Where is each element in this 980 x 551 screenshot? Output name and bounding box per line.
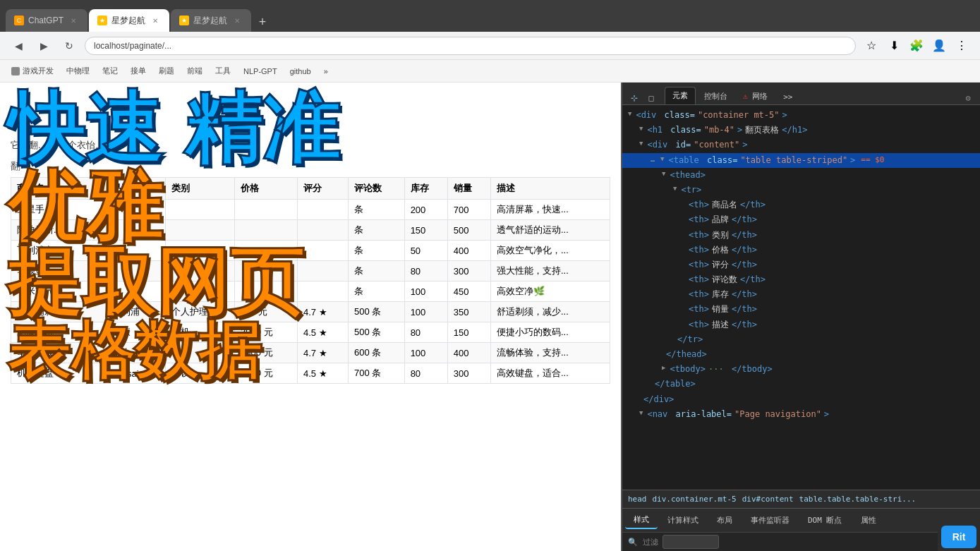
tree-line-h1[interactable]: <h1 class="mb-4">翻页表格</h1> (622, 123, 980, 138)
settings-icon[interactable]: ⋮ (952, 36, 972, 56)
devtools-tree[interactable]: <div class="container mt-5"> <h1 class="… (622, 105, 980, 490)
breadcrumb-table[interactable]: table.table.table-stri... (799, 495, 917, 504)
collapse-arrow[interactable] (673, 183, 677, 193)
tree-line-th-sales[interactable]: <th>销量</th> (622, 302, 980, 317)
cell-sales: 700 (447, 200, 490, 220)
tab-chatgpt[interactable]: C ChatGPT ✕ (6, 9, 87, 32)
tree-line-table[interactable]: … <table class="table table-striped"> ==… (622, 153, 980, 168)
devtools-breadcrumb: head div.container.mt-5 div#content tabl… (622, 490, 980, 508)
browser-chrome: C ChatGPT ✕ ★ 星梦起航 ✕ ★ 星梦起航 ✕ + (0, 0, 980, 32)
breadcrumb-head[interactable]: head (628, 495, 647, 504)
tree-line-thead-close[interactable]: </thead> (622, 347, 980, 362)
back-button[interactable]: ◀ (8, 36, 28, 56)
webpage: 快速 精准 优雅 提取网页 表格数据 它与翻... ... 一个衣怡。 翻 商品… (0, 83, 621, 551)
cell-sales: 500 (447, 220, 490, 241)
forward-button[interactable]: ▶ (34, 36, 54, 56)
breadcrumb-content[interactable]: div#content (742, 495, 794, 504)
bookmark-tools[interactable]: 工具 (210, 63, 236, 78)
tab-computed[interactable]: 计算样式 (659, 512, 707, 528)
tab-properties[interactable]: 属性 (852, 512, 885, 528)
tab-console[interactable]: 控制台 (697, 88, 734, 104)
bookmark-more[interactable]: » (318, 65, 334, 78)
tab-xingmeng-label: 星梦起航 (111, 15, 145, 27)
bookmark-github-label: github (290, 67, 311, 75)
tree-line-th-reviews[interactable]: <th>评论数</th> (622, 272, 980, 287)
tree-line-th-price[interactable]: <th>价格</th> (622, 243, 980, 258)
collapse-arrow[interactable] (660, 154, 664, 164)
collapse-arrow[interactable] (662, 169, 665, 178)
cell-desc: 强大性能，支持... (490, 261, 610, 281)
tab-more[interactable]: >> (776, 90, 799, 104)
cell-sales: 400 (447, 241, 490, 261)
tab-chatgpt-favicon: C (14, 16, 24, 25)
tab-event-listeners[interactable]: 事件监听器 (742, 512, 798, 528)
devtools-cursor-icon[interactable]: ⊹ (628, 92, 641, 104)
rit-button[interactable]: Rit (941, 526, 977, 548)
tree-line-div-close[interactable]: </div> (622, 392, 980, 407)
bookmark-frontend[interactable]: 前端 (181, 63, 208, 78)
tree-line-div-content[interactable]: <div id="content"> (622, 138, 980, 152)
tree-line-tr[interactable]: <tr> (622, 183, 980, 198)
tab-layout[interactable]: 布局 (708, 512, 741, 528)
tab-elements[interactable]: 元素 (665, 87, 696, 104)
tab-xingmeng[interactable]: ★ 星梦起航 ✕ (89, 9, 169, 32)
bookmarks-bar: 游戏开发 中物理 笔记 接单 刷题 前端 工具 NLP-GPT github » (0, 60, 980, 83)
devtools-box-icon[interactable]: □ (645, 92, 658, 104)
collapse-arrow[interactable] (639, 123, 643, 133)
tree-line-th-stock[interactable]: <th>库存</th> (622, 287, 980, 302)
overlay-line4: 表格数据 (7, 319, 444, 382)
devtools-settings-icon[interactable]: ⚙ (962, 92, 974, 104)
bookmark-games-label: 游戏开发 (23, 66, 54, 76)
bookmark-games[interactable]: 游戏开发 (6, 63, 59, 78)
tree-line-th-brand[interactable]: <th>品牌</th> (622, 212, 980, 227)
breadcrumb-container[interactable]: div.container.mt-5 (653, 495, 737, 504)
tree-line-thead[interactable]: <thead> (622, 168, 980, 183)
cell-sales: 300 (447, 363, 490, 384)
bookmark-nlp[interactable]: NLP-GPT (238, 65, 283, 78)
tab-xingmeng2[interactable]: ★ 星梦起航 ✕ (171, 9, 251, 32)
tab-network[interactable]: ⚠ 网络 (736, 88, 775, 104)
bookmark-orders[interactable]: 接单 (125, 63, 152, 78)
new-tab-button[interactable]: + (253, 12, 272, 32)
tab-xingmeng-close[interactable]: ✕ (150, 15, 161, 26)
tree-line-nav[interactable]: <nav aria-label="Page navigation"> (622, 407, 980, 422)
tree-line-tr-close[interactable]: </tr> (622, 332, 980, 347)
bookmark-notes[interactable]: 笔记 (97, 63, 123, 78)
cell-sales: 300 (447, 261, 490, 281)
cell-desc: 高效键盘，适合... (490, 363, 610, 384)
collapse-arrow[interactable] (628, 109, 631, 119)
tree-line-th-name[interactable]: <th>商品名</th> (622, 198, 980, 212)
tab-xingmeng2-favicon: ★ (179, 16, 189, 25)
tree-line-div-container[interactable]: <div class="container mt-5"> (622, 108, 980, 123)
bookmark-physics[interactable]: 中物理 (61, 63, 95, 78)
profile-icon[interactable]: 👤 (929, 36, 949, 56)
bookmark-github[interactable]: github (284, 65, 317, 78)
reload-button[interactable]: ↻ (59, 36, 79, 56)
bookmark-problems[interactable]: 刷题 (153, 63, 180, 78)
extension-icon[interactable]: 🧩 (907, 36, 926, 56)
tab-dom-breakpoints[interactable]: DOM 断点 (799, 512, 851, 528)
tree-line-table-close[interactable]: </table> (622, 377, 980, 392)
browser-actions: ☆ ⬇ 🧩 👤 ⋮ (861, 36, 972, 56)
tab-styles[interactable]: 样式 (625, 511, 658, 529)
tab-xingmeng-favicon: ★ (97, 16, 107, 25)
collapse-arrow[interactable] (639, 408, 643, 418)
url-text: localhost/paginate/... (94, 41, 171, 51)
collapse-arrow[interactable] (639, 138, 643, 148)
tab-chatgpt-label: ChatGPT (28, 16, 63, 25)
cell-sales: 150 (447, 322, 490, 343)
tree-line-th-category[interactable]: <th>类别</th> (622, 228, 980, 243)
filter-input[interactable] (663, 535, 719, 549)
collapse-arrow[interactable] (662, 363, 665, 373)
download-icon[interactable]: ⬇ (884, 36, 904, 56)
tree-line-tbody[interactable]: <tbody>··· </tbody> (622, 362, 980, 377)
devtools-tabs: ⊹ □ 元素 控制台 ⚠ 网络 >> ⚙ (622, 83, 980, 105)
cell-sales: 450 (447, 281, 490, 302)
tree-line-th-desc[interactable]: <th>描述</th> (622, 317, 980, 332)
url-input[interactable]: localhost/paginate/... (85, 37, 856, 55)
bookmark-games-icon (11, 67, 20, 75)
bookmark-icon[interactable]: ☆ (861, 36, 881, 56)
tree-line-th-rating[interactable]: <th>评分</th> (622, 258, 980, 272)
tab-chatgpt-close[interactable]: ✕ (68, 15, 79, 26)
tab-xingmeng2-close[interactable]: ✕ (231, 15, 243, 26)
